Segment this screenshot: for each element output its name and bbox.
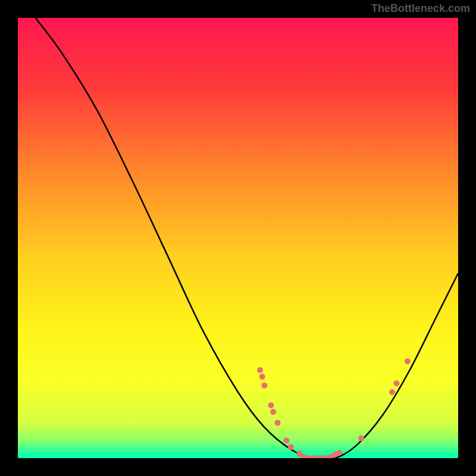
data-marker	[288, 444, 294, 450]
data-marker	[393, 380, 399, 386]
data-marker	[268, 402, 274, 408]
data-marker	[283, 437, 289, 443]
data-marker	[389, 389, 395, 395]
data-marker	[405, 358, 411, 364]
plot-area	[18, 18, 458, 458]
curve-layer	[18, 18, 458, 458]
data-marker	[275, 420, 281, 426]
data-marker	[261, 383, 267, 389]
data-marker	[336, 450, 342, 456]
data-marker	[358, 436, 364, 441]
data-marker	[257, 367, 263, 373]
chart-container: TheBottleneck.com	[0, 0, 476, 476]
data-marker	[259, 374, 265, 380]
attribution-text: TheBottleneck.com	[371, 2, 470, 15]
data-marker	[270, 409, 276, 415]
